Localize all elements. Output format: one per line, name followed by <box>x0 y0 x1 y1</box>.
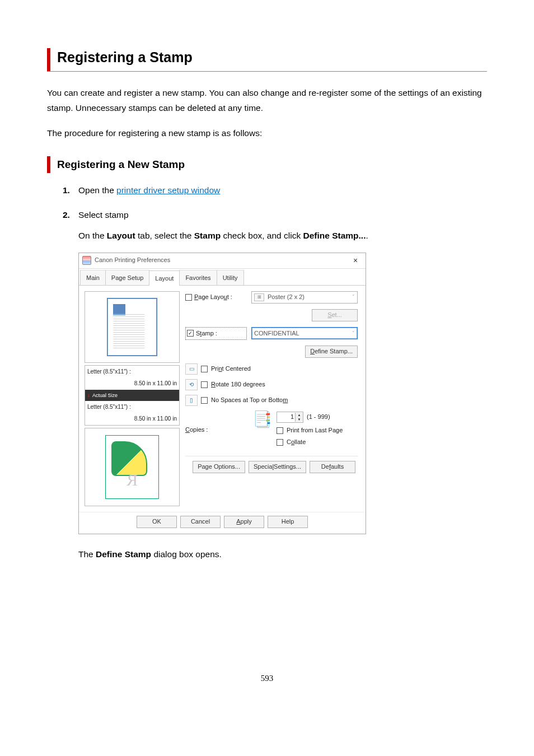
lastpage-label: Print from Last Page <box>287 425 343 436</box>
help-button[interactable]: Help <box>268 516 308 528</box>
nospace-checkbox[interactable] <box>201 397 208 404</box>
app-icon <box>82 256 91 265</box>
tab-strip: Main Page Setup Layout Favorites Utility <box>79 269 366 286</box>
page-number: 593 <box>47 674 487 683</box>
step-2-closing: The Define Stamp dialog box opens. <box>78 547 487 562</box>
close-icon[interactable]: × <box>349 254 362 268</box>
lastpage-checkbox[interactable] <box>277 427 283 434</box>
ok-button[interactable]: OK <box>137 516 177 528</box>
special-settings-button[interactable]: Special Settings... <box>249 461 306 473</box>
chevron-down-icon: ˅ <box>352 293 355 302</box>
tab-utility[interactable]: Utility <box>217 270 244 285</box>
copies-label: Copies : <box>185 424 247 435</box>
rotate-icon: ⟲ <box>185 379 198 390</box>
cancel-button[interactable]: Cancel <box>180 516 221 528</box>
copies-icon: 📑 <box>252 412 272 427</box>
step-1-text: Open the printer driver setup window <box>78 185 220 195</box>
poster-icon: ⊞ <box>254 293 264 301</box>
rotate-checkbox[interactable] <box>201 381 208 388</box>
page-title: Registering a Stamp <box>57 49 487 66</box>
chevron-down-icon: ˅ <box>352 329 355 338</box>
step-number-1: 1. <box>63 185 74 195</box>
apply-button[interactable]: Apply <box>224 516 264 528</box>
collate-label: Collate <box>287 437 306 447</box>
tab-main[interactable]: Main <box>80 270 106 285</box>
collate-checkbox[interactable] <box>277 439 283 446</box>
print-centered-label: Print Centered <box>211 363 251 374</box>
tab-layout[interactable]: Layout <box>149 270 180 286</box>
copies-input[interactable]: 1 ▲▼ <box>277 412 303 423</box>
page-layout-label: Page Layout : <box>194 292 232 302</box>
tab-favorites[interactable]: Favorites <box>179 270 217 285</box>
nospace-label: No Spaces at Top or Bottom <box>211 395 288 405</box>
dialog-title: Canon Printing Preferences <box>95 255 349 265</box>
printer-driver-link[interactable]: printer driver setup window <box>116 185 220 195</box>
spin-down-icon[interactable]: ▼ <box>295 417 303 422</box>
paper-info: Letter (8.5"x11") : 8.50 in x 11.00 in A… <box>85 365 180 426</box>
intro-paragraph-1: You can create and register a new stamp.… <box>47 85 487 115</box>
step-2-instruction: On the Layout tab, select the Stamp chec… <box>78 228 487 243</box>
step-number-2: 2. <box>63 210 74 220</box>
stamp-preview: R <box>85 428 180 506</box>
print-preferences-dialog: Canon Printing Preferences × Main Page S… <box>78 253 366 534</box>
page-layout-select[interactable]: ⊞ Poster (2 x 2) ˅ <box>251 291 358 304</box>
stamp-select[interactable]: CONFIDENTIAL ˅ <box>251 327 358 339</box>
copies-range: (1 - 999) <box>307 412 330 422</box>
section-heading: Registering a New Stamp <box>57 158 185 171</box>
page-options-button[interactable]: Page Options... <box>193 461 245 473</box>
spin-up-icon[interactable]: ▲ <box>295 413 303 417</box>
step-2-title: Select stamp <box>78 210 129 220</box>
layout-preview <box>85 291 180 363</box>
defaults-button[interactable]: Defaults <box>310 461 355 473</box>
define-stamp-button[interactable]: Define Stamp... <box>305 346 358 358</box>
stamp-checkbox[interactable] <box>187 330 194 337</box>
tab-page-setup[interactable]: Page Setup <box>105 270 150 285</box>
print-centered-checkbox[interactable] <box>201 366 208 372</box>
intro-paragraph-2: The procedure for registering a new stam… <box>47 125 487 141</box>
nospace-icon: ▯ <box>185 395 198 406</box>
set-button[interactable]: Set... <box>312 309 358 321</box>
stamp-label: Stamp : <box>196 328 217 339</box>
center-icon: ▭ <box>185 363 198 375</box>
page-layout-checkbox[interactable] <box>185 294 192 301</box>
actual-size-divider: Actual Size <box>85 390 179 401</box>
rotate-label: Rotate 180 degrees <box>211 379 265 390</box>
